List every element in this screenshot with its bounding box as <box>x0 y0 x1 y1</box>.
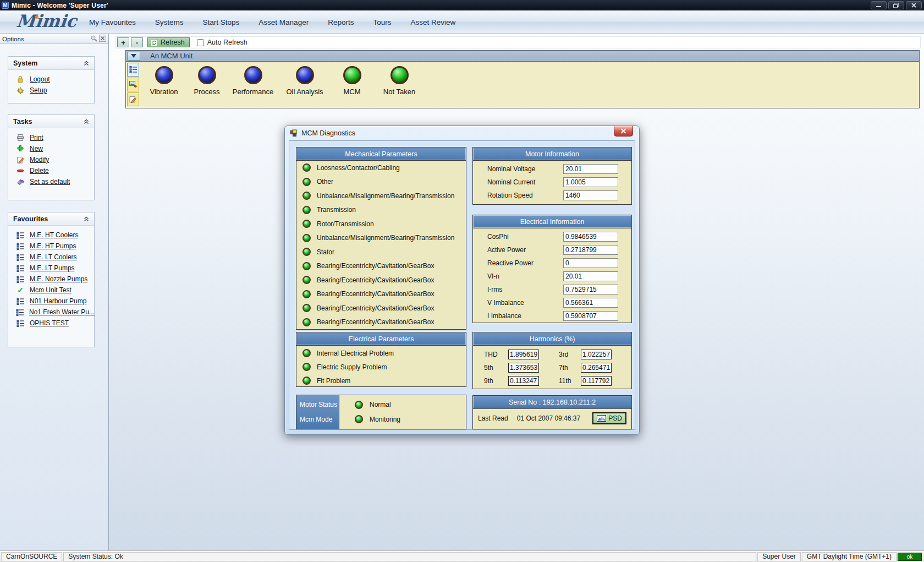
setup-link[interactable]: Setup <box>30 86 47 94</box>
new-link[interactable]: New <box>30 145 43 152</box>
tasks-item-modify[interactable]: Modify <box>8 154 94 165</box>
harmonic-11th-field[interactable] <box>581 376 612 386</box>
mcm-led-icon <box>343 66 361 84</box>
thd-field[interactable] <box>508 350 539 359</box>
led-label: MCM <box>343 88 360 96</box>
nominal-voltage-field[interactable] <box>563 164 618 174</box>
pin-icon[interactable] <box>90 35 97 43</box>
mech-param-row: Loosness/Contactor/Cabling <box>296 161 466 175</box>
menu-tours[interactable]: Tours <box>371 17 393 28</box>
v-imbalance-field[interactable] <box>563 298 618 308</box>
i-imbalance-field[interactable] <box>563 311 618 321</box>
led-not-taken[interactable]: Not Taken <box>369 66 430 96</box>
rotation-speed-field[interactable] <box>563 190 618 200</box>
harmonic-5th-field[interactable] <box>508 363 539 373</box>
favourite-item[interactable]: No1 Fresh Water Pu... <box>8 307 94 318</box>
app-icon: M <box>2 2 9 9</box>
status-led-icon <box>302 304 311 312</box>
favourites-section-header[interactable]: Favourites <box>8 212 94 226</box>
harmonic-7th-field[interactable] <box>581 363 612 373</box>
list-icon <box>16 254 25 261</box>
favourite-link[interactable]: M.E. HT Pumps <box>30 242 76 250</box>
favourite-item[interactable]: M.E. LT Pumps <box>8 263 94 274</box>
psd-chart-icon <box>597 415 606 422</box>
tasks-item-set-default[interactable]: Set as default <box>8 176 94 187</box>
menu-bar: Mimic My Favourites Systems Start Stops … <box>0 10 924 34</box>
favourite-link[interactable]: Mcm Unit Test <box>30 286 72 294</box>
restore-button[interactable] <box>888 1 904 9</box>
menu-systems[interactable]: Systems <box>153 17 186 28</box>
tasks-section-header[interactable]: Tasks <box>8 115 94 128</box>
collapse-chevron-icon[interactable] <box>84 119 89 124</box>
mech-param-row: Bearing/Eccentricity/Cavitation/GearBox <box>296 259 466 274</box>
favourite-item[interactable]: M.E. HT Coolers <box>8 230 94 241</box>
dialog-body: Mechanical Parameters Loosness/Contactor… <box>289 140 635 430</box>
psd-button[interactable]: PSD <box>592 412 626 424</box>
favourite-link[interactable]: M.E. LT Coolers <box>30 253 77 261</box>
modify-link[interactable]: Modify <box>30 156 49 163</box>
minimize-button[interactable] <box>871 1 887 9</box>
auto-refresh-control[interactable]: Auto Refresh <box>197 39 248 46</box>
system-item-setup[interactable]: Setup <box>8 85 94 96</box>
harmonic-3rd-field[interactable] <box>581 350 612 359</box>
collapse-unit-button[interactable] <box>127 52 140 61</box>
status-led-icon <box>355 415 363 423</box>
logout-link[interactable]: Logout <box>30 75 50 83</box>
favourite-link[interactable]: OPHIS TEST <box>30 319 69 327</box>
system-item-logout[interactable]: Logout <box>8 74 94 85</box>
close-button[interactable] <box>906 1 922 9</box>
favourite-link[interactable]: N01 Harbour Pump <box>30 297 86 305</box>
favourite-link[interactable]: M.E. LT Pumps <box>30 264 75 272</box>
dialog-close-button[interactable] <box>614 126 633 137</box>
favourite-link[interactable]: M.E. Nozzle Pumps <box>30 275 87 283</box>
collapse-chevron-icon[interactable] <box>84 216 89 222</box>
favourite-item[interactable]: N01 Harbour Pump <box>8 296 94 307</box>
system-section-header[interactable]: System <box>8 57 94 70</box>
menu-asset-review[interactable]: Asset Review <box>408 17 458 28</box>
nominal-current-field[interactable] <box>563 177 618 187</box>
tasks-item-print[interactable]: Print <box>8 132 94 143</box>
harmonic-9th-field[interactable] <box>508 376 539 386</box>
irms-field[interactable] <box>563 285 618 294</box>
menu-reports[interactable]: Reports <box>326 17 356 28</box>
last-read-label: Last Read <box>478 414 508 422</box>
list-icon <box>16 243 25 250</box>
zoom-in-button[interactable]: + <box>117 37 129 47</box>
panel-close-icon[interactable] <box>99 35 106 43</box>
serial-group: Serial No : 192.168.10.211:2 Last Read 0… <box>472 395 632 429</box>
dialog-titlebar[interactable]: MCM Diagnostics <box>285 126 639 140</box>
set-as-default-link[interactable]: Set as default <box>30 178 70 185</box>
delete-link[interactable]: Delete <box>30 167 49 174</box>
minus-icon <box>16 167 25 174</box>
auto-refresh-checkbox[interactable] <box>197 39 204 46</box>
tasks-item-delete[interactable]: Delete <box>8 165 94 176</box>
motor-status-group: Motor Status Mcm Mode Normal Monitoring <box>296 395 466 429</box>
performance-led-icon <box>244 66 262 84</box>
favourite-item-selected[interactable]: ✓ Mcm Unit Test <box>8 285 94 296</box>
not-taken-led-icon <box>391 66 409 84</box>
favourite-link[interactable]: M.E. HT Coolers <box>30 231 78 239</box>
status-led-icon <box>302 206 311 214</box>
vln-field[interactable] <box>563 271 618 281</box>
tasks-item-new[interactable]: New <box>8 143 94 154</box>
collapse-chevron-icon[interactable] <box>84 61 89 66</box>
favourite-item[interactable]: M.E. LT Coolers <box>8 252 94 263</box>
menu-my-favourites[interactable]: My Favourites <box>87 17 138 28</box>
favourite-link[interactable]: No1 Fresh Water Pu... <box>29 308 95 316</box>
cosphi-field[interactable] <box>563 232 618 242</box>
refresh-button[interactable]: Refresh <box>147 37 190 47</box>
menu-asset-manager[interactable]: Asset Manager <box>256 17 311 28</box>
favourite-item[interactable]: M.E. HT Pumps <box>8 241 94 252</box>
tasks-section-title: Tasks <box>13 118 32 126</box>
oil-analysis-led-icon <box>296 66 314 84</box>
last-read-value: 01 Oct 2007 09:46:37 <box>517 414 580 422</box>
menu-start-stops[interactable]: Start Stops <box>201 17 242 28</box>
led-panel: Vibration Process Performance Oil Analys… <box>126 62 919 108</box>
reactive-power-field[interactable] <box>563 258 618 268</box>
zoom-out-button[interactable]: - <box>131 37 143 47</box>
active-power-field[interactable] <box>563 245 618 255</box>
vibration-led-icon <box>155 66 173 84</box>
favourite-item[interactable]: M.E. Nozzle Pumps <box>8 274 94 285</box>
print-link[interactable]: Print <box>30 134 43 141</box>
favourite-item[interactable]: OPHIS TEST <box>8 318 94 329</box>
